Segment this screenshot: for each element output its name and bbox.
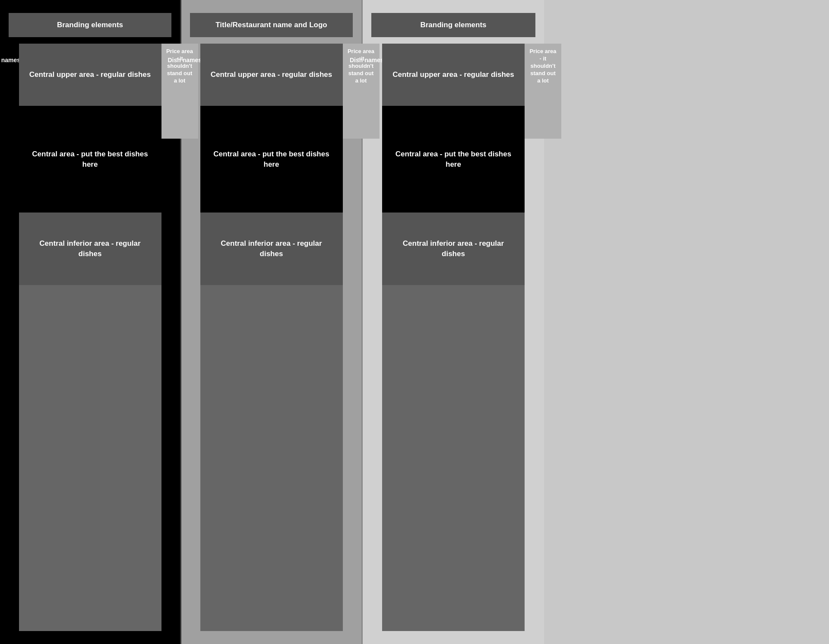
- central-lower-text-2: Central inferior area - regular dishes: [221, 239, 322, 258]
- price-area-text-2: Price area - it shouldn't stand out a lo…: [348, 48, 374, 84]
- central-upper-text-3: Central upper area - regular dishes: [392, 70, 514, 79]
- central-main-text-3: Central area - put the best dishes here: [396, 150, 511, 168]
- branding-bar-1: Branding elements: [9, 13, 171, 37]
- panel-2: Title/Restaurant name and Logo Dish name…: [181, 0, 363, 644]
- menu-wrapper-2: Dish names Price area - it shouldn't sta…: [200, 44, 343, 631]
- central-upper-2: Central upper area - regular dishes: [200, 44, 343, 106]
- central-lower-text-3: Central inferior area - regular dishes: [403, 239, 504, 258]
- branding-bar-2: Title/Restaurant name and Logo: [190, 13, 353, 37]
- branding-label-3: Branding elements: [420, 21, 486, 29]
- central-lower-text-1: Central inferior area - regular dishes: [39, 239, 140, 258]
- central-lower-3: Central inferior area - regular dishes: [382, 213, 525, 285]
- central-main-2: Central area - put the best dishes here: [200, 106, 343, 213]
- price-area-text-3: Price area - it shouldn't stand out a lo…: [529, 48, 556, 84]
- central-main-text-2: Central area - put the best dishes here: [213, 150, 329, 168]
- central-lower-1: Central inferior area - regular dishes: [19, 213, 161, 285]
- dish-names-label-1: Dish names: [0, 57, 20, 63]
- central-upper-1: Central upper area - regular dishes: [19, 44, 161, 106]
- branding-label-1: Branding elements: [57, 21, 123, 29]
- price-area-3: Price area - it shouldn't stand out a lo…: [525, 44, 561, 139]
- menu-wrapper-3: Dish names Price area - it shouldn't sta…: [382, 44, 525, 631]
- dish-names-label-3: Dish names: [350, 57, 384, 63]
- central-upper-text-1: Central upper area - regular dishes: [29, 70, 151, 79]
- central-upper-3: Central upper area - regular dishes: [382, 44, 525, 106]
- central-upper-text-2: Central upper area - regular dishes: [211, 70, 332, 79]
- menu-wrapper-1: Dish names Price area - it shouldn't sta…: [19, 44, 161, 631]
- central-main-3: Central area - put the best dishes here: [382, 106, 525, 213]
- price-area-text-1: Price area - it shouldn't stand out a lo…: [166, 48, 193, 84]
- dish-names-label-2: Dish names: [168, 57, 202, 63]
- branding-bar-3: Branding elements: [371, 13, 535, 37]
- panel-3: Branding elements Dish names Price area …: [363, 0, 544, 644]
- menu-card-3: Central upper area - regular dishes Cent…: [382, 44, 525, 631]
- central-lower-2: Central inferior area - regular dishes: [200, 213, 343, 285]
- central-main-1: Central area - put the best dishes here: [19, 106, 161, 213]
- menu-card-1: Central upper area - regular dishes Cent…: [19, 44, 161, 631]
- spacer: [544, 0, 829, 644]
- menu-card-2: Central upper area - regular dishes Cent…: [200, 44, 343, 631]
- central-main-text-1: Central area - put the best dishes here: [32, 150, 148, 168]
- branding-label-2: Title/Restaurant name and Logo: [215, 21, 327, 29]
- panel-1: Branding elements Dish names Price area …: [0, 0, 181, 644]
